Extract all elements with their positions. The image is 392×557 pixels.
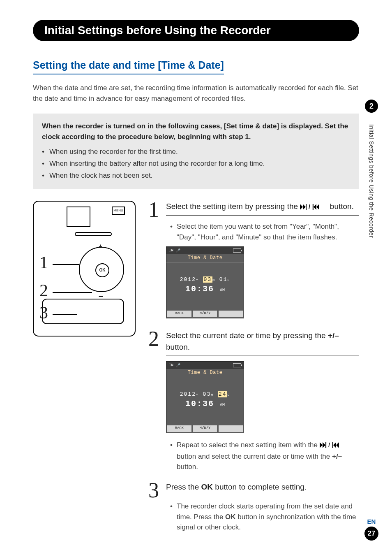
battery-icon	[233, 248, 241, 253]
lcd-date-row: 2012Y 03M 01D	[166, 262, 244, 283]
step-title-text: button to complete setting.	[215, 483, 307, 491]
step-title-text: button.	[166, 343, 190, 351]
lcd-softkey-empty	[219, 425, 243, 432]
diagram-callout-1: 1	[39, 253, 48, 272]
callout-box: When the recorder is turned on in the fo…	[33, 114, 359, 189]
bullet-text: button.	[177, 463, 198, 471]
step-title-text: Select the current date or time by press…	[166, 331, 328, 340]
svg-marker-13	[336, 442, 339, 448]
device-slot	[75, 232, 112, 236]
device-ok-button: OK	[95, 263, 109, 277]
svg-rect-4	[313, 204, 314, 210]
step-bullet: Repeat to select the next setting item w…	[172, 440, 359, 472]
lcd-month-suffix: M	[211, 393, 214, 397]
device-menu-button: MENU	[112, 207, 125, 215]
step-bullet: Select the item you want to set from "Ye…	[172, 221, 359, 242]
diagram-callout-3: 3	[39, 303, 48, 323]
lcd-day: 01	[219, 276, 228, 283]
lcd-year-suffix: Y	[196, 393, 199, 397]
ok-label: OK	[225, 513, 236, 521]
step-bullets: Repeat to select the next setting item w…	[166, 440, 359, 472]
lcd-status-in: IN	[169, 248, 173, 253]
device-column: MENU OK + – 1 2 3	[33, 201, 136, 542]
fast-forward-rewind-icon: /	[320, 441, 347, 451]
step-3: 3 Press the OK button to complete settin…	[147, 481, 359, 537]
plus-minus-label: +/–	[332, 453, 342, 460]
lcd-month-suffix: M	[212, 278, 215, 282]
step-body: Select the current date or time by press…	[166, 330, 359, 476]
svg-rect-9	[325, 442, 326, 448]
battery-icon	[233, 363, 241, 367]
step-title: Select the current date or time by press…	[166, 330, 359, 355]
lcd-day-suffix: D	[227, 278, 230, 282]
callout-item: When inserting the battery after not usi…	[42, 158, 350, 170]
svg-marker-1	[303, 204, 306, 210]
svg-marker-12	[333, 442, 336, 448]
lcd-status-bar: IN 🎤	[166, 247, 244, 254]
ok-label: OK	[201, 483, 213, 491]
callout-heading: When the recorder is turned on in the fo…	[42, 121, 350, 142]
leader-line	[53, 314, 77, 315]
lcd-softkey-back: BACK	[167, 425, 191, 432]
intro-paragraph: When the date and time are set, the reco…	[33, 83, 359, 104]
step-title-text: Press the	[166, 483, 201, 491]
svg-marker-6	[316, 204, 319, 210]
lcd-dial: 2012Y 03M 01D 10:36 AM	[166, 262, 244, 307]
leader-line	[53, 264, 79, 265]
device-diagram: MENU OK + – 1 2 3	[33, 201, 136, 337]
svg-text:/: /	[309, 204, 310, 210]
step-title-text: Select the setting item by pressing the	[166, 202, 300, 211]
device-dpad: OK	[79, 247, 124, 292]
plus-minus-label: +/–	[328, 331, 339, 340]
step-title-text: button.	[330, 202, 354, 211]
step-bullets: Select the item you want to set from "Ye…	[166, 221, 359, 242]
device-lower-buttons	[42, 299, 124, 324]
svg-marker-7	[320, 442, 323, 448]
diagram-callout-2: 2	[39, 281, 48, 300]
lcd-softkey-empty	[219, 311, 243, 317]
mic-icon: 🎤	[176, 248, 180, 253]
page-title: Initial Settings before Using the Record…	[44, 24, 271, 37]
bullet-text: Repeat to select the next setting item w…	[177, 441, 320, 449]
chapter-number-badge: 2	[365, 100, 378, 113]
svg-rect-11	[332, 442, 333, 448]
step-bullets: The recorder clock starts operating from…	[166, 501, 359, 533]
callout-item: When the clock has not been set.	[42, 170, 350, 182]
lcd-screenshot-2: IN 🎤 Time & Date 2012Y 03M 24D	[166, 361, 244, 433]
lcd-ampm: AM	[220, 403, 225, 407]
lcd-day-suffix: D	[227, 393, 230, 397]
side-rail: 2 Initial Settings before Using the Reco…	[363, 100, 380, 238]
lcd-month: 03	[203, 391, 211, 397]
mic-icon: 🎤	[176, 363, 180, 368]
step-body: Select the setting item by pressing the …	[166, 201, 359, 325]
lcd-ampm: AM	[220, 288, 225, 292]
lcd-status-bar: IN 🎤	[166, 362, 244, 369]
step-number: 3	[147, 481, 160, 537]
device-screen-outline	[67, 207, 90, 227]
page-number-badge: 27	[364, 527, 378, 541]
steps-column: 1 Select the setting item by pressing th…	[147, 201, 359, 542]
step-2: 2 Select the current date or time by pre…	[147, 330, 359, 476]
section-subheading: Setting the date and time [Time & Date]	[33, 59, 224, 74]
step-body: Press the OK button to complete setting.…	[166, 481, 359, 537]
leader-line	[53, 292, 92, 293]
step-title: Select the setting item by pressing the …	[166, 201, 359, 216]
lcd-dial: 2012Y 03M 24D 10:36 AM	[166, 377, 244, 422]
lcd-softkeys: BACK M/D/Y	[166, 425, 244, 433]
manual-page: Initial Settings before Using the Record…	[0, 0, 392, 557]
content-row: MENU OK + – 1 2 3 1	[33, 201, 359, 542]
step-title: Press the OK button to complete setting.	[166, 481, 359, 496]
fast-forward-rewind-icon: /	[300, 202, 327, 213]
lcd-time: 10:36	[185, 284, 214, 294]
lcd-month-highlighted: 03	[203, 276, 213, 283]
lcd-status-in: IN	[169, 363, 173, 367]
svg-marker-8	[323, 442, 325, 448]
step-number: 2	[147, 330, 160, 476]
lcd-year: 2012	[180, 276, 196, 283]
step-number: 1	[147, 201, 160, 325]
lcd-time-row: 10:36 AM	[166, 283, 244, 294]
page-title-bar: Initial Settings before Using the Record…	[33, 20, 359, 41]
lcd-screenshot-1: IN 🎤 Time & Date 2012Y 03M 01D	[166, 246, 244, 318]
lcd-year-suffix: Y	[196, 278, 199, 282]
lcd-softkey-back: BACK	[167, 311, 191, 317]
